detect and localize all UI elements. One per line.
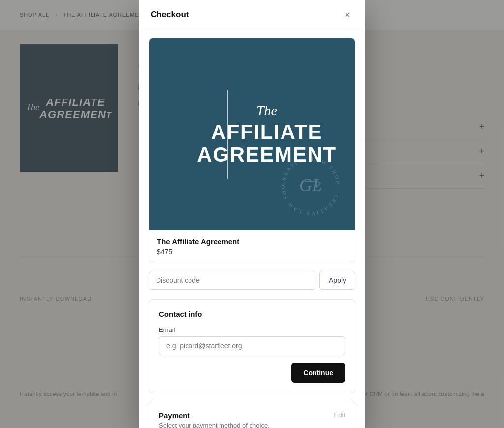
- product-info: The Affiliate Agreement $475: [149, 230, 355, 263]
- product-image: The AFFILIATE AGREEMENT CREATIVE LAW SHO…: [149, 38, 355, 230]
- email-input[interactable]: [159, 336, 345, 355]
- product-image-text: The AFFILIATE AGREEMENT: [167, 103, 336, 166]
- payment-header: Payment Select your payment method of ch…: [159, 411, 345, 428]
- discount-row: Apply: [149, 271, 355, 290]
- payment-info: Payment Select your payment method of ch…: [159, 411, 270, 428]
- product-price: $475: [157, 248, 347, 256]
- contact-info-section: Contact info Email Continue: [149, 299, 355, 393]
- modal-body: The AFFILIATE AGREEMENT CREATIVE LAW SHO…: [139, 30, 365, 428]
- close-button[interactable]: ×: [342, 9, 353, 21]
- payment-desc: Select your payment method of choice.: [159, 422, 270, 428]
- continue-row: Continue: [159, 363, 345, 383]
- product-card: The AFFILIATE AGREEMENT CREATIVE LAW SHO…: [149, 38, 355, 263]
- continue-button[interactable]: Continue: [291, 363, 345, 383]
- email-label: Email: [159, 326, 345, 333]
- discount-code-input[interactable]: [149, 271, 315, 290]
- product-name: The Affiliate Agreement: [157, 237, 347, 246]
- modal-title: Checkout: [151, 10, 189, 20]
- modal-header: Checkout ×: [139, 0, 365, 30]
- payment-title: Payment: [159, 411, 270, 420]
- apply-button[interactable]: Apply: [319, 271, 355, 290]
- product-the-text: The: [197, 103, 336, 119]
- payment-edit-button[interactable]: Edit: [334, 411, 345, 419]
- payment-section: Payment Select your payment method of ch…: [149, 401, 355, 428]
- contact-info-title: Contact info: [159, 310, 345, 318]
- product-main-title: AFFILIATE AGREEMENT: [197, 121, 336, 166]
- checkout-modal: Checkout × The AFFILIATE AGREEMENT: [139, 0, 365, 428]
